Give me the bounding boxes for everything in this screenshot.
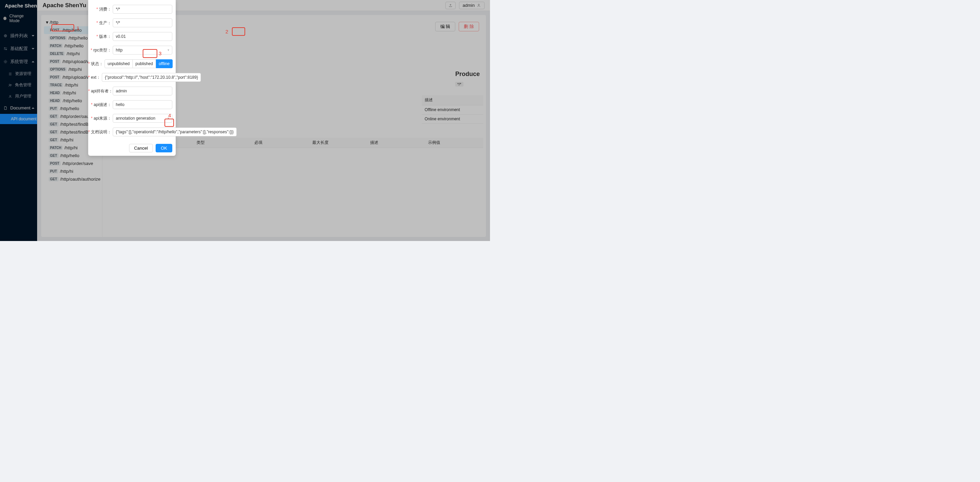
state-published[interactable]: published xyxy=(133,59,156,68)
theme-toggle-icon xyxy=(3,17,6,20)
api-path: /http/hello xyxy=(68,35,88,41)
user-button[interactable]: admin xyxy=(459,2,485,9)
col-maxlen: 最大长度 xyxy=(310,138,368,148)
user-icon xyxy=(477,3,481,8)
col-required: 必填 xyxy=(251,138,310,148)
doc-desc-input[interactable]: {"tags":[],"operationId":"/http/hello","… xyxy=(113,128,237,136)
export-button[interactable] xyxy=(445,2,456,9)
ext-input[interactable]: {"protocol":"http://","host":"172.20.10.… xyxy=(102,73,201,82)
method-tag: PUT xyxy=(49,169,58,174)
label-state: 状态： xyxy=(88,61,105,67)
method-tag: POST xyxy=(49,161,60,166)
label-doc-desc: 文档说明： xyxy=(88,129,113,135)
menu-plugin-list[interactable]: 插件列表 xyxy=(0,29,37,42)
edit-button[interactable]: 编 辑 xyxy=(435,22,456,31)
rpc-type-select[interactable]: http ▾ xyxy=(113,46,172,54)
user-icon xyxy=(8,94,12,99)
label-version: 版本： xyxy=(88,34,113,40)
api-path: /http/hi xyxy=(68,67,82,72)
api-owner-input[interactable]: admin xyxy=(113,86,172,96)
api-path: /http/hello xyxy=(60,153,80,158)
method-tag: OPTIONS xyxy=(49,36,67,40)
label-api-owner: api持有者： xyxy=(88,88,113,94)
change-mode[interactable]: Change Mode xyxy=(0,11,37,26)
method-tag: OPTIONS xyxy=(49,67,67,72)
method-tag: GET xyxy=(49,177,59,181)
modal-footer: Cancel OK xyxy=(88,141,176,152)
sliders-icon xyxy=(3,47,8,51)
svg-point-7 xyxy=(478,4,479,5)
export-icon xyxy=(449,3,453,8)
label-api-source: api来源： xyxy=(88,116,113,121)
col-desc: 描述 xyxy=(368,138,425,148)
state-radio-group: unpublished published offline xyxy=(105,59,173,68)
api-path: /http/hello xyxy=(60,106,79,111)
menu-basic-config[interactable]: 基础配置 xyxy=(0,42,37,55)
list-icon xyxy=(8,72,12,76)
mime-tag: */* xyxy=(455,82,463,86)
ok-button[interactable]: OK xyxy=(156,144,172,152)
logo: Apache ShenYu xyxy=(0,0,37,11)
file-icon xyxy=(3,106,8,110)
version-input[interactable]: v0.01 xyxy=(113,32,172,41)
method-tag: PATCH xyxy=(49,44,63,48)
api-source-select[interactable]: annotation generation ▾ xyxy=(113,114,172,123)
method-tag: TRACE xyxy=(49,83,63,87)
api-path: /http/hi xyxy=(65,83,78,88)
annotation-num-3: 3 xyxy=(159,51,161,56)
api-path: /http/hi xyxy=(60,169,73,174)
method-tag: GET xyxy=(49,153,59,158)
users-icon xyxy=(8,83,12,87)
cancel-button[interactable]: Cancel xyxy=(129,144,153,152)
api-path: /http/hi xyxy=(67,51,80,56)
method-tag: POST xyxy=(49,28,60,32)
user-label: admin xyxy=(463,3,475,8)
env-table: 描述 Offline environment Online environmen… xyxy=(422,95,483,124)
submenu-user-manage[interactable]: 用户管理 xyxy=(0,91,37,102)
tree-item[interactable]: POST/http/order/save xyxy=(44,160,102,168)
menu-document[interactable]: Document xyxy=(0,102,37,114)
svg-point-3 xyxy=(5,61,6,63)
section-title: Produce xyxy=(455,70,480,78)
column-desc: 描述 xyxy=(422,95,483,105)
method-tag: HEAD xyxy=(49,91,61,95)
method-tag: PATCH xyxy=(49,145,63,150)
method-tag: GET xyxy=(49,130,59,134)
caret-down-icon: ▶ xyxy=(46,21,49,24)
api-path: /http/hi xyxy=(60,137,73,142)
method-tag: DELETE xyxy=(49,51,65,56)
sidebar: Apache ShenYu Change Mode 插件列表 基础配置 系统管理… xyxy=(0,0,37,241)
method-tag: GET xyxy=(49,114,59,119)
produce-section: Produce */* xyxy=(455,70,480,86)
consume-input[interactable]: */* xyxy=(113,5,172,14)
change-mode-label: Change Mode xyxy=(9,14,34,23)
svg-point-5 xyxy=(11,84,11,85)
state-offline[interactable]: offline xyxy=(156,59,173,68)
tree-item[interactable]: GET/http/oauth/authorize xyxy=(44,175,102,183)
annotation-num-1: 1 xyxy=(76,25,80,31)
annotation-num-2: 2 xyxy=(226,29,228,34)
api-path: /http/hello xyxy=(63,98,82,103)
api-path: /http/oauth/authorize xyxy=(60,177,101,182)
delete-button[interactable]: 删 除 xyxy=(459,22,479,31)
api-path: /http/hi xyxy=(63,90,76,96)
submenu-api-document[interactable]: API document xyxy=(0,114,37,124)
svg-point-6 xyxy=(10,95,11,96)
produce-input[interactable]: */* xyxy=(113,18,172,27)
method-tag: POST xyxy=(49,75,60,80)
tree-item[interactable]: PUT/http/hi xyxy=(44,168,102,175)
menu-system-manage[interactable]: 系统管理 xyxy=(0,55,37,68)
method-tag: PUT xyxy=(49,106,58,111)
state-unpublished[interactable]: unpublished xyxy=(105,59,133,68)
label-ext: ext： xyxy=(88,75,102,80)
gear-icon xyxy=(3,60,8,64)
label-api-desc: api描述： xyxy=(88,102,113,108)
label-consume: 消费： xyxy=(88,6,113,12)
sidebar-menu: 插件列表 基础配置 系统管理 资源管理 角色管理 用户管理 Document xyxy=(0,29,37,124)
api-path: /http/hi xyxy=(64,145,78,150)
label-produce: 生产： xyxy=(88,20,113,26)
submenu-resource-manage[interactable]: 资源管理 xyxy=(0,68,37,80)
api-desc-input[interactable]: hello xyxy=(113,100,172,109)
col-example: 示例值 xyxy=(425,138,483,148)
submenu-role-manage[interactable]: 角色管理 xyxy=(0,80,37,91)
